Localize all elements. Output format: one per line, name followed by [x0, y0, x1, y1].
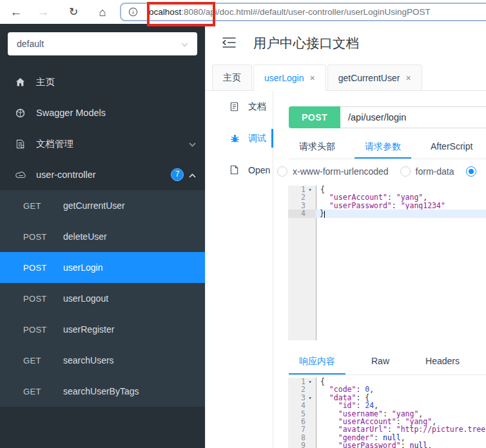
api-group-select[interactable]: default [8, 32, 197, 55]
response-tab-raw[interactable]: Raw [361, 349, 400, 375]
sidebar-item-user-controller[interactable]: user-controller7 [0, 159, 205, 190]
api-item-deleteuser[interactable]: POSTdeleteUser [0, 221, 205, 252]
editor-line-code: "userPassword": "yang1234" [316, 202, 486, 209]
editor-line: 3▾ "data": { [288, 394, 486, 402]
api-name-label: getCurrentUser [63, 200, 125, 211]
sidebar-item-label: 文档管理 [36, 138, 189, 150]
radio-circle [400, 166, 411, 177]
token-str: "http://picture.treehole.f [396, 425, 486, 434]
sidebar-item-item-0[interactable]: 主页 [0, 66, 205, 97]
count-badge: 7 [171, 168, 184, 181]
browser-forward-button[interactable]: → [35, 4, 52, 21]
chevron-up-icon [189, 169, 196, 180]
fold-spacer [306, 418, 315, 425]
doc-side-menu: 文档调试Open [206, 91, 273, 448]
api-item-searchuserbytags[interactable]: GETsearchUserByTags [0, 376, 205, 407]
request-body-editor[interactable]: 1▾{2 "userAccount": "yang",3 "userPasswo… [288, 186, 486, 340]
doc-menu-label: 调试 [248, 133, 266, 144]
site-info-icon[interactable] [128, 7, 138, 17]
api-method-label: POST [23, 263, 63, 273]
bug-icon [230, 133, 243, 143]
line-number: 9 [288, 442, 306, 448]
response-tabs: 响应内容RawHeaders [289, 349, 486, 375]
token-pun: , [369, 385, 374, 394]
line-number: 4 [288, 402, 306, 409]
fold-toggle-icon[interactable]: ▾ [306, 394, 315, 402]
api-name-label: searchUserByTags [63, 386, 139, 396]
url-path: /api/doc.html#/default/user-controller/u… [203, 7, 431, 17]
api-item-searchusers[interactable]: GETsearchUsers [0, 345, 205, 376]
sidebar-item-label: Swagger Models [36, 108, 196, 118]
token-br: } [320, 209, 324, 218]
editor-line-gutter: 7 [288, 425, 316, 433]
fold-spacer [306, 209, 315, 217]
token-key: "userPassword" [338, 441, 401, 448]
request-tab-afterscript[interactable]: AfterScript [420, 135, 483, 159]
doc-menu-item-0[interactable]: 文档 [206, 91, 273, 122]
fold-spacer [306, 193, 315, 201]
api-method-label: POST [23, 325, 63, 335]
api-item-userregister[interactable]: POSTuserRegister [0, 314, 205, 345]
response-editor-lines: 1▾{2 "code": 0,3▾ "data": {4 "id": 24,5 … [288, 378, 486, 448]
chevron-down-icon [181, 38, 188, 50]
doc-menu-open[interactable]: Open [206, 154, 273, 186]
api-path-input[interactable] [340, 106, 486, 128]
api-name-label: deleteUser [63, 231, 107, 242]
body-type-radio-item-2[interactable] [466, 166, 476, 177]
editor-line-gutter: 9 [288, 442, 316, 448]
request-tab-item-0[interactable]: 请求头部 [289, 135, 345, 159]
token-nul: null [410, 441, 428, 448]
sidebar-item-item-2[interactable]: 文档管理 [0, 128, 205, 159]
browser-back-button[interactable]: ← [8, 4, 24, 21]
editor-line-code: "userPassword": null, [316, 442, 486, 448]
radio-label: x-www-form-urlencoded [293, 166, 389, 177]
fold-toggle-icon[interactable]: ▾ [306, 378, 315, 385]
tab-label: getCurrentUser [338, 73, 400, 83]
api-item-userlogin[interactable]: POSTuserLogin [0, 252, 205, 283]
token-key: "userPassword" [329, 201, 392, 210]
tab-getcurrentuser[interactable]: getCurrentUser× [327, 64, 422, 90]
browser-home-button[interactable]: ⌂ [94, 4, 111, 21]
tab-userlogin[interactable]: userLogin× [253, 64, 326, 91]
api-item-userlogout[interactable]: POSTuserLogout [0, 283, 205, 314]
tab-label: userLogin [264, 73, 304, 83]
line-number: 4 [288, 209, 306, 217]
tab-item-0[interactable]: 主页 [212, 64, 252, 90]
api-name-label: userLogin [63, 262, 103, 273]
address-bar[interactable]: localhost:8080/api/doc.html#/default/use… [120, 3, 486, 21]
file-text-icon [230, 102, 243, 112]
token-str: "yang1234" [401, 201, 445, 210]
fold-spacer [306, 385, 315, 393]
response-tab-headers[interactable]: Headers [415, 349, 470, 375]
token-pun: : [401, 441, 410, 448]
fold-spacer [306, 442, 315, 448]
fold-toggle-icon[interactable]: ▾ [306, 186, 315, 193]
response-tab-item-0[interactable]: 响应内容 [289, 349, 345, 375]
doc-menu-label: 文档 [248, 101, 266, 113]
close-icon[interactable]: × [310, 73, 315, 83]
editor-line: 3 "userPassword": "yang1234" [288, 202, 486, 209]
response-body-viewer[interactable]: 1▾{2 "code": 0,3▾ "data": {4 "id": 24,5 … [288, 378, 486, 448]
request-tab-item-1[interactable]: 请求参数 [355, 135, 411, 159]
browser-toolbar: ← → ↻ ⌂ localhost:8080/api/doc.html#/def… [0, 0, 486, 24]
sidebar-item-swagger-models[interactable]: Swagger Models [0, 97, 205, 128]
doc-menu-item-1[interactable]: 调试 [206, 122, 273, 154]
editor-line-gutter: 2 [288, 193, 316, 201]
line-number: 2 [288, 385, 306, 393]
body-type-radio-form-data[interactable]: form-data [400, 166, 454, 177]
api-item-getcurrentuser[interactable]: GETgetCurrentUser [0, 190, 205, 221]
menu-fold-icon[interactable] [222, 37, 237, 51]
editor-line-gutter: 4 [288, 402, 316, 409]
body-type-radio-x-www-form-urlencoded[interactable]: x-www-form-urlencoded [277, 166, 389, 177]
editor-line: 9 "userPassword": null, [288, 442, 486, 448]
close-icon[interactable]: × [405, 73, 411, 83]
url-port: :8080 [181, 7, 203, 17]
token-pun [320, 441, 338, 448]
radio-label: form-data [416, 166, 454, 177]
request-tabs: 请求头部请求参数AfterScript [289, 135, 486, 159]
api-method-label: GET [23, 387, 63, 396]
browser-refresh-button[interactable]: ↻ [65, 4, 82, 21]
fold-spacer [306, 202, 315, 209]
main-panel: 用户中心接口文档 主页userLogin×getCurrentUser× 文档调… [205, 24, 486, 448]
api-method-label: POST [23, 294, 63, 304]
